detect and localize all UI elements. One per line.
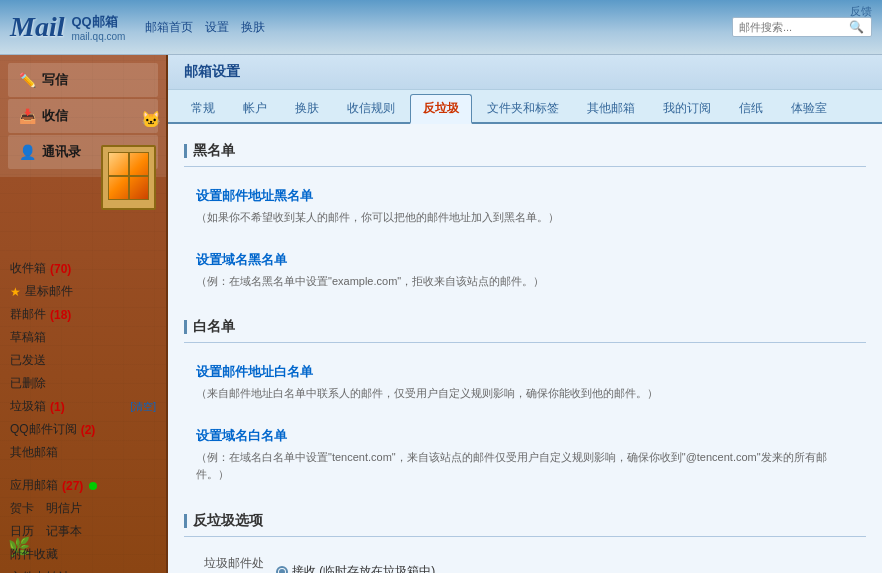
tab-folders[interactable]: 文件夹和标签 bbox=[474, 94, 572, 122]
whitelist-domain-desc: （例：在域名白名单中设置"tencent.com"，来自该站点的邮件仅受用户自定… bbox=[196, 449, 854, 484]
search-box[interactable]: 🔍 bbox=[732, 17, 872, 37]
tabs-bar: 常规 帐户 换肤 收信规则 反垃圾 文件夹和标签 其他邮箱 我的订阅 bbox=[168, 90, 882, 124]
qq-logo-text: QQ邮箱 mail.qq.com bbox=[71, 13, 125, 42]
whitelist-email-desc: （来自邮件地址白名单中联系人的邮件，仅受用户自定义规则影响，确保你能收到他的邮件… bbox=[196, 385, 854, 403]
sidebar-item-calendar[interactable]: 日历 记事本 bbox=[0, 520, 166, 543]
tab-lab[interactable]: 体验室 bbox=[778, 94, 840, 122]
window-illustration bbox=[101, 145, 156, 210]
blacklist-domain-block: 设置域名黑名单 （例：在域名黑名单中设置"example.com"，拒收来自该站… bbox=[184, 243, 866, 299]
sidebar-item-starred[interactable]: ★ 星标邮件 bbox=[0, 280, 166, 303]
greeting-label: 贺卡 bbox=[10, 500, 34, 517]
app-label: 应用邮箱 bbox=[10, 477, 58, 494]
tab-antispam[interactable]: 反垃圾 bbox=[410, 94, 472, 124]
blacklist-domain-desc: （例：在域名黑名单中设置"example.com"，拒收来自该站点的邮件。） bbox=[196, 273, 854, 291]
sidebar-item-draft[interactable]: 草稿箱 bbox=[0, 326, 166, 349]
whitelist-section-title: 白名单 bbox=[193, 318, 235, 336]
attachments-label: 附件收藏 bbox=[10, 546, 58, 563]
sidebar-item-inbox[interactable]: 收件箱 (70) bbox=[0, 257, 166, 280]
app-online-dot bbox=[89, 482, 97, 490]
window-cross-h bbox=[109, 175, 148, 177]
blacklist-section-title: 黑名单 bbox=[193, 142, 235, 160]
blacklist-email-link[interactable]: 设置邮件地址黑名单 bbox=[196, 187, 854, 205]
nav-home[interactable]: 邮箱首页 bbox=[145, 19, 193, 36]
qq-mail-label: QQ邮箱 bbox=[71, 13, 125, 31]
sidebar-item-trash[interactable]: 垃圾箱 (1) [清空] bbox=[0, 395, 166, 418]
sent-label: 已发送 bbox=[10, 352, 46, 369]
sidebar-item-deleted[interactable]: 已删除 bbox=[0, 372, 166, 395]
file-transfer-label: 文件中转站 bbox=[10, 569, 70, 573]
sidebar-folders: 收件箱 (70) ★ 星标邮件 群邮件 (18) 草稿箱 已发送 已删除 垃圾箱 bbox=[0, 257, 166, 464]
tab-account[interactable]: 帐户 bbox=[230, 94, 280, 122]
whitelist-section-header: 白名单 bbox=[184, 312, 866, 343]
inbox-label: 收信 bbox=[42, 107, 68, 125]
trash-label: 垃圾箱 bbox=[10, 398, 46, 415]
header-nav: 邮箱首页 设置 换肤 bbox=[145, 19, 265, 36]
qq-sub-count: (2) bbox=[81, 423, 96, 437]
blacklist-email-block: 设置邮件地址黑名单 （如果你不希望收到某人的邮件，你可以把他的邮件地址加入到黑名… bbox=[184, 179, 866, 235]
draft-label: 草稿箱 bbox=[10, 329, 46, 346]
sidebar-item-app[interactable]: 应用邮箱 (27) bbox=[0, 474, 166, 497]
spam-handling-label: 垃圾邮件处理： bbox=[184, 555, 264, 573]
sidebar-item-qq-sub[interactable]: QQ邮件订阅 (2) bbox=[0, 418, 166, 441]
tab-subscriptions[interactable]: 我的订阅 bbox=[650, 94, 724, 122]
search-icon[interactable]: 🔍 bbox=[849, 20, 864, 34]
nav-skin[interactable]: 换肤 bbox=[241, 19, 265, 36]
inbox-folder-label: 收件箱 bbox=[10, 260, 46, 277]
clear-trash-button[interactable]: [清空] bbox=[130, 400, 156, 414]
nav-settings[interactable]: 设置 bbox=[205, 19, 229, 36]
antispam-section-header: 反垃圾选项 bbox=[184, 506, 866, 537]
antispam-section-title: 反垃圾选项 bbox=[193, 512, 263, 530]
settings-content: 黑名单 设置邮件地址黑名单 （如果你不希望收到某人的邮件，你可以把他的邮件地址加… bbox=[168, 124, 882, 573]
inbox-icon: 📥 bbox=[18, 107, 36, 125]
blacklist-section-header: 黑名单 bbox=[184, 136, 866, 167]
whitelist-email-link[interactable]: 设置邮件地址白名单 bbox=[196, 363, 854, 381]
inbox-button[interactable]: 📥 收信 bbox=[8, 99, 158, 133]
main-container: ✏️ 写信 📥 收信 👤 通讯录 🌿 🐱 bbox=[0, 55, 882, 573]
feedback-link[interactable]: 反馈 bbox=[850, 4, 872, 19]
star-icon: ★ bbox=[10, 285, 21, 299]
tab-skin[interactable]: 换肤 bbox=[282, 94, 332, 122]
spam-receive-radio[interactable] bbox=[276, 566, 288, 573]
sidebar-item-attachments[interactable]: 附件收藏 bbox=[0, 543, 166, 566]
compose-button[interactable]: ✏️ 写信 bbox=[8, 63, 158, 97]
spam-handling-row: 垃圾邮件处理： 接收 (临时存放在垃圾箱中) bbox=[184, 549, 866, 573]
cat-decoration: 🐱 bbox=[141, 110, 161, 129]
tab-stationery[interactable]: 信纸 bbox=[726, 94, 776, 122]
whitelist-domain-link[interactable]: 设置域名白名单 bbox=[196, 427, 854, 445]
sidebar: ✏️ 写信 📥 收信 👤 通讯录 🌿 🐱 bbox=[0, 55, 168, 573]
tab-other[interactable]: 其他邮箱 bbox=[574, 94, 648, 122]
spam-receive-label: 接收 (临时存放在垃圾箱中) bbox=[292, 563, 435, 573]
sidebar-item-file-transfer[interactable]: 文件中转站 bbox=[0, 566, 166, 573]
qq-mail-url: mail.qq.com bbox=[71, 31, 125, 42]
search-input[interactable] bbox=[739, 21, 849, 33]
sidebar-bottom: 应用邮箱 (27) 贺卡 明信片 日历 记事本 附件收藏 文件中转站 阅读 bbox=[0, 474, 166, 573]
sidebar-item-sent[interactable]: 已发送 bbox=[0, 349, 166, 372]
window-inner bbox=[108, 152, 149, 200]
group-label: 群邮件 bbox=[10, 306, 46, 323]
trash-count: (1) bbox=[50, 400, 65, 414]
content-area: 邮箱设置 常规 帐户 换肤 收信规则 反垃圾 文件夹和标签 其他邮箱 bbox=[168, 55, 882, 573]
calendar-label: 日历 bbox=[10, 523, 34, 540]
deleted-label: 已删除 bbox=[10, 375, 46, 392]
sidebar-item-greeting[interactable]: 贺卡 明信片 bbox=[0, 497, 166, 520]
logo-m: M bbox=[10, 11, 35, 42]
sidebar-item-other-mail[interactable]: 其他邮箱 bbox=[0, 441, 166, 464]
header: Mail QQ邮箱 mail.qq.com 邮箱首页 设置 换肤 🔍 反馈 bbox=[0, 0, 882, 55]
window-frame bbox=[101, 145, 156, 210]
header-right: 🔍 bbox=[732, 17, 872, 37]
contacts-label: 通讯录 bbox=[42, 143, 81, 161]
notes-label: 记事本 bbox=[46, 523, 82, 540]
app-count: (27) bbox=[62, 479, 83, 493]
other-mail-label: 其他邮箱 bbox=[10, 444, 58, 461]
compose-label: 写信 bbox=[42, 71, 68, 89]
qq-sub-label: QQ邮件订阅 bbox=[10, 421, 77, 438]
tab-general[interactable]: 常规 bbox=[178, 94, 228, 122]
blacklist-email-desc: （如果你不希望收到某人的邮件，你可以把他的邮件地址加入到黑名单。） bbox=[196, 209, 854, 227]
blacklist-domain-link[interactable]: 设置域名黑名单 bbox=[196, 251, 854, 269]
whitelist-domain-block: 设置域名白名单 （例：在域名白名单中设置"tencent.com"，来自该站点的… bbox=[184, 419, 866, 492]
tab-rules[interactable]: 收信规则 bbox=[334, 94, 408, 122]
page-title: 邮箱设置 bbox=[168, 55, 882, 90]
spam-receive-option[interactable]: 接收 (临时存放在垃圾箱中) bbox=[276, 563, 435, 573]
sidebar-item-group[interactable]: 群邮件 (18) bbox=[0, 303, 166, 326]
compose-icon: ✏️ bbox=[18, 71, 36, 89]
